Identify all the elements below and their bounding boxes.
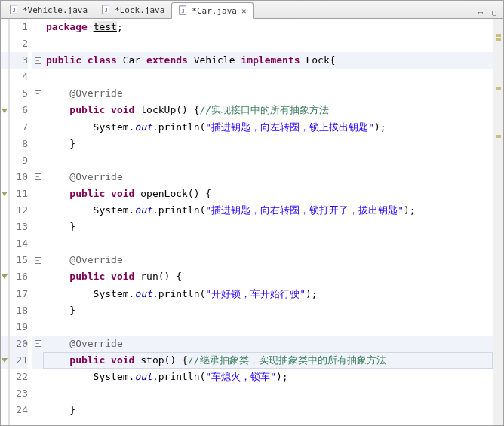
tab-car[interactable]: J *Car.java ✕ [171, 2, 253, 19]
marker-cell [1, 402, 8, 418]
marker-cell [1, 35, 8, 52]
code-line[interactable]: public class Car extends Vehicle impleme… [43, 52, 493, 69]
overview-mark[interactable] [496, 38, 501, 41]
code-line[interactable]: @Override [43, 252, 493, 268]
override-marker-icon[interactable] [2, 358, 8, 363]
fold-collapse-icon[interactable]: − [35, 173, 41, 180]
overview-mark[interactable] [496, 135, 501, 138]
marker-cell [1, 319, 8, 336]
java-file-icon: J [9, 5, 20, 15]
folding-ruler: −−−−− [32, 19, 43, 425]
fold-cell [32, 102, 43, 118]
tab-vehicle[interactable]: J *Vehicle.java [2, 2, 94, 18]
code-line[interactable]: System.out.println("开好锁，车开始行驶"); [43, 286, 493, 302]
fold-cell: − [32, 336, 43, 352]
override-marker-icon[interactable] [2, 274, 8, 279]
line-number: 21 [10, 352, 28, 369]
marker-cell [1, 385, 8, 402]
code-line[interactable]: package test; [43, 19, 493, 35]
code-line[interactable]: public void lockUp() {//实现接口中的所有抽象方法 [43, 102, 493, 118]
line-number-gutter: 123456789101112131415161718192021222324 [10, 19, 32, 425]
fold-collapse-icon[interactable]: − [35, 57, 41, 64]
line-number: 12 [10, 202, 28, 219]
line-number: 4 [10, 69, 28, 85]
marker-cell [1, 19, 8, 35]
overview-ruler[interactable] [493, 19, 503, 425]
marker-cell [1, 85, 8, 102]
close-icon[interactable]: ✕ [241, 6, 247, 16]
line-number: 18 [10, 302, 28, 319]
code-line[interactable]: System.out.println("车熄火，锁车"); [43, 369, 493, 385]
svg-text:J: J [12, 8, 15, 14]
marker-cell [1, 202, 8, 219]
maximize-icon[interactable]: ▢ [488, 6, 500, 18]
tab-toolbar: ▭ ▢ [475, 6, 503, 18]
line-number: 13 [10, 219, 28, 235]
fold-cell: − [32, 252, 43, 268]
svg-text:J: J [104, 8, 107, 14]
fold-cell [32, 19, 43, 35]
fold-cell: − [32, 85, 43, 102]
fold-cell [32, 136, 43, 152]
marker-cell [1, 336, 8, 352]
java-file-icon: J [101, 5, 112, 15]
code-line[interactable]: System.out.println("插进钥匙，向左转圈，锁上拔出钥匙"); [43, 119, 493, 136]
code-line[interactable]: } [43, 219, 493, 235]
code-line[interactable] [43, 35, 493, 52]
override-marker-icon[interactable] [2, 192, 8, 196]
fold-cell [32, 235, 43, 252]
code-line[interactable]: @Override [43, 85, 493, 102]
java-file-icon: J [178, 5, 189, 16]
code-line[interactable] [43, 319, 493, 336]
fold-cell [32, 119, 43, 136]
code-line[interactable]: public void stop() {//继承抽象类，实现抽象类中的所有抽象方… [43, 352, 493, 369]
marker-cell [1, 136, 8, 152]
line-number: 3 [10, 52, 28, 69]
minimize-icon[interactable]: ▭ [475, 6, 487, 18]
fold-cell [32, 219, 43, 235]
code-editor[interactable]: 123456789101112131415161718192021222324 … [1, 19, 503, 425]
code-line[interactable]: @Override [43, 336, 493, 352]
code-line[interactable]: } [43, 402, 493, 418]
code-line[interactable]: public void run() { [43, 268, 493, 285]
code-line[interactable]: } [43, 136, 493, 152]
editor-tabs: J *Vehicle.java J *Lock.java J *Car.java… [1, 1, 503, 19]
code-line[interactable] [43, 235, 493, 252]
line-number: 16 [10, 268, 28, 285]
tab-lock[interactable]: J *Lock.java [94, 2, 171, 18]
code-area[interactable]: package test;public class Car extends Ve… [43, 19, 493, 425]
marker-cell [1, 302, 8, 319]
code-line[interactable] [43, 152, 493, 169]
fold-cell [32, 268, 43, 285]
line-number: 2 [10, 35, 28, 52]
line-number: 24 [10, 402, 28, 418]
fold-collapse-icon[interactable]: − [35, 90, 41, 97]
fold-cell [32, 152, 43, 169]
marker-cell [1, 286, 8, 302]
code-line[interactable] [43, 385, 493, 402]
marker-cell [1, 369, 8, 385]
fold-collapse-icon[interactable]: − [35, 257, 41, 264]
code-line[interactable] [43, 69, 493, 85]
marker-cell [1, 169, 8, 185]
fold-cell [32, 369, 43, 385]
code-line[interactable]: public void openLock() { [43, 185, 493, 202]
code-line[interactable]: System.out.println("插进钥匙，向右转圈，锁打开了，拔出钥匙"… [43, 202, 493, 219]
marker-cell [1, 235, 8, 252]
line-number: 5 [10, 85, 28, 102]
marker-cell [1, 119, 8, 136]
fold-collapse-icon[interactable]: − [35, 340, 41, 347]
marker-cell [1, 52, 8, 69]
line-number: 6 [10, 102, 28, 118]
code-line[interactable]: } [43, 302, 493, 319]
override-marker-icon[interactable] [2, 109, 8, 113]
marker-cell [1, 152, 8, 169]
line-number: 22 [10, 369, 28, 385]
tab-label: *Vehicle.java [23, 5, 88, 15]
fold-cell [32, 35, 43, 52]
line-number: 19 [10, 319, 28, 336]
marker-cell [1, 268, 8, 285]
overview-mark[interactable] [496, 34, 501, 37]
overview-mark[interactable] [496, 87, 501, 90]
code-line[interactable]: @Override [43, 169, 493, 185]
